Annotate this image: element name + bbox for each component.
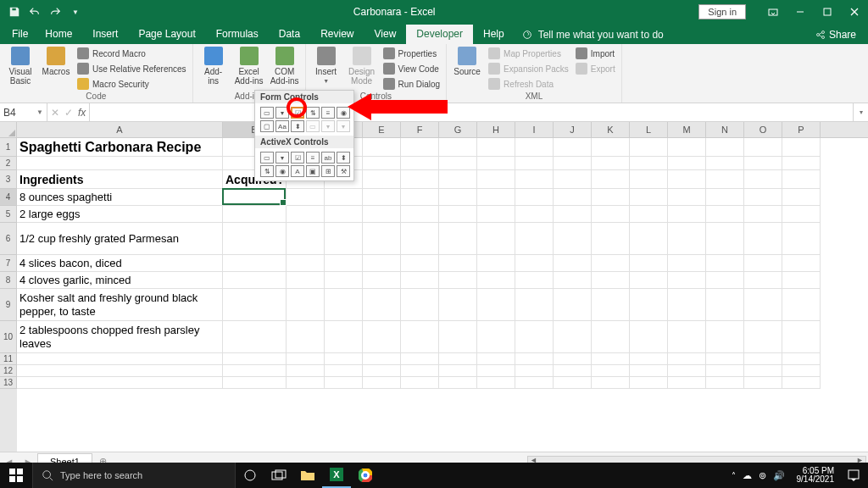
- cell-D11[interactable]: [325, 353, 363, 365]
- view-code-button[interactable]: View Code: [381, 61, 442, 76]
- cell-E2[interactable]: [363, 157, 401, 170]
- row-header-2[interactable]: 2: [0, 157, 17, 170]
- cell-N6[interactable]: [706, 223, 744, 255]
- cell-P11[interactable]: [782, 353, 821, 365]
- cell-C5[interactable]: [287, 206, 325, 223]
- cell-A7[interactable]: 4 slices bacon, diced: [17, 255, 223, 272]
- cell-G2[interactable]: [439, 157, 477, 170]
- cell-E10[interactable]: [363, 321, 401, 353]
- cell-M5[interactable]: [668, 206, 706, 223]
- col-header-I[interactable]: I: [515, 122, 554, 137]
- cell-P12[interactable]: [782, 365, 821, 377]
- ax-list-control[interactable]: ≡: [306, 152, 320, 164]
- cell-H8[interactable]: [477, 272, 515, 289]
- cell-E1[interactable]: [363, 138, 401, 157]
- row-header-6[interactable]: 6: [0, 223, 17, 255]
- cell-N1[interactable]: [706, 138, 744, 157]
- cell-I4[interactable]: [515, 189, 554, 206]
- design-mode-button[interactable]: Design Mode: [345, 45, 379, 91]
- cell-N8[interactable]: [706, 272, 744, 289]
- sign-in-button[interactable]: Sign in: [698, 4, 746, 19]
- tab-formulas[interactable]: Formulas: [206, 25, 269, 44]
- tray-onedrive-icon[interactable]: ☁: [743, 470, 752, 481]
- cell-D6[interactable]: [325, 223, 363, 255]
- ax-toggle-control[interactable]: ⊞: [321, 165, 335, 177]
- cell-H9[interactable]: [477, 289, 515, 321]
- file-explorer-icon[interactable]: [293, 463, 322, 488]
- col-header-A[interactable]: A: [17, 122, 223, 137]
- cell-P2[interactable]: [782, 157, 821, 170]
- refresh-data-button[interactable]: Refresh Data: [486, 76, 571, 92]
- cell-C9[interactable]: [287, 289, 325, 321]
- record-macro-button[interactable]: Record Macro: [75, 46, 189, 61]
- form-group-control[interactable]: ▢: [260, 120, 274, 132]
- cell-I5[interactable]: [515, 206, 554, 223]
- cell-K13[interactable]: [592, 377, 630, 389]
- cell-O10[interactable]: [744, 321, 782, 353]
- fx-icon[interactable]: fx: [78, 107, 86, 119]
- system-tray[interactable]: ˄ ☁ ⊚ 🔊: [725, 470, 792, 481]
- cell-H10[interactable]: [477, 321, 515, 353]
- row-header-11[interactable]: 11: [0, 353, 17, 365]
- cell-I1[interactable]: [515, 138, 554, 157]
- cell-F9[interactable]: [401, 289, 439, 321]
- tray-chevron-icon[interactable]: ˄: [732, 471, 736, 480]
- taskbar-clock[interactable]: 6:05 PM9/14/2021: [792, 467, 840, 485]
- close-icon[interactable]: [841, 3, 868, 21]
- cell-A4[interactable]: 8 ounces spaghetti: [17, 189, 223, 206]
- col-header-O[interactable]: O: [744, 122, 782, 137]
- cell-F2[interactable]: [401, 157, 439, 170]
- excel-addins-button[interactable]: Excel Add-ins: [232, 45, 266, 91]
- tell-me[interactable]: Tell me what you want to do: [515, 25, 670, 44]
- insert-controls-button[interactable]: Insert▼: [309, 45, 343, 91]
- cell-O11[interactable]: [744, 353, 782, 365]
- cell-K9[interactable]: [592, 289, 630, 321]
- ribbon-options-icon[interactable]: [760, 3, 787, 21]
- cell-J10[interactable]: [554, 321, 592, 353]
- cell-H5[interactable]: [477, 206, 515, 223]
- cell-H3[interactable]: [477, 170, 515, 189]
- relative-refs-button[interactable]: Use Relative References: [75, 61, 189, 76]
- cell-F13[interactable]: [401, 377, 439, 389]
- cell-N12[interactable]: [706, 365, 744, 377]
- cell-P8[interactable]: [782, 272, 821, 289]
- cell-B10[interactable]: [223, 321, 287, 353]
- cell-I8[interactable]: [515, 272, 554, 289]
- cell-G7[interactable]: [439, 255, 477, 272]
- qat-customize-icon[interactable]: ▼: [66, 3, 85, 21]
- tab-page-layout[interactable]: Page Layout: [128, 25, 205, 44]
- cell-L7[interactable]: [630, 255, 668, 272]
- form-button-control[interactable]: ▭: [260, 107, 274, 119]
- visual-basic-button[interactable]: Visual Basic: [3, 45, 37, 91]
- cell-F5[interactable]: [401, 206, 439, 223]
- ax-more-control[interactable]: ⚒: [337, 165, 350, 177]
- tab-review[interactable]: Review: [310, 25, 364, 44]
- cell-L6[interactable]: [630, 223, 668, 255]
- cell-A10[interactable]: 2 tablespoons chopped fresh parsley leav…: [17, 321, 223, 353]
- cell-M13[interactable]: [668, 377, 706, 389]
- cell-C13[interactable]: [287, 377, 325, 389]
- minimize-icon[interactable]: [787, 3, 814, 21]
- cell-I6[interactable]: [515, 223, 554, 255]
- cell-P13[interactable]: [782, 377, 821, 389]
- cell-A8[interactable]: 4 cloves garlic, minced: [17, 272, 223, 289]
- task-view-icon[interactable]: [264, 463, 293, 488]
- cell-B12[interactable]: [223, 365, 287, 377]
- cell-F11[interactable]: [401, 353, 439, 365]
- cell-H11[interactable]: [477, 353, 515, 365]
- cell-E4[interactable]: [363, 189, 401, 206]
- cell-G12[interactable]: [439, 365, 477, 377]
- cell-K11[interactable]: [592, 353, 630, 365]
- cell-L2[interactable]: [630, 157, 668, 170]
- cell-N13[interactable]: [706, 377, 744, 389]
- cell-I10[interactable]: [515, 321, 554, 353]
- form-combo-control[interactable]: ▾: [275, 107, 289, 119]
- addins-button[interactable]: Add- ins: [197, 45, 231, 91]
- cell-M2[interactable]: [668, 157, 706, 170]
- form-spin-control[interactable]: ⇅: [306, 107, 320, 119]
- cell-C10[interactable]: [287, 321, 325, 353]
- cell-N7[interactable]: [706, 255, 744, 272]
- cell-A9[interactable]: Kosher salt and freshly ground black pep…: [17, 289, 223, 321]
- redo-icon[interactable]: [46, 3, 64, 21]
- cell-D12[interactable]: [325, 365, 363, 377]
